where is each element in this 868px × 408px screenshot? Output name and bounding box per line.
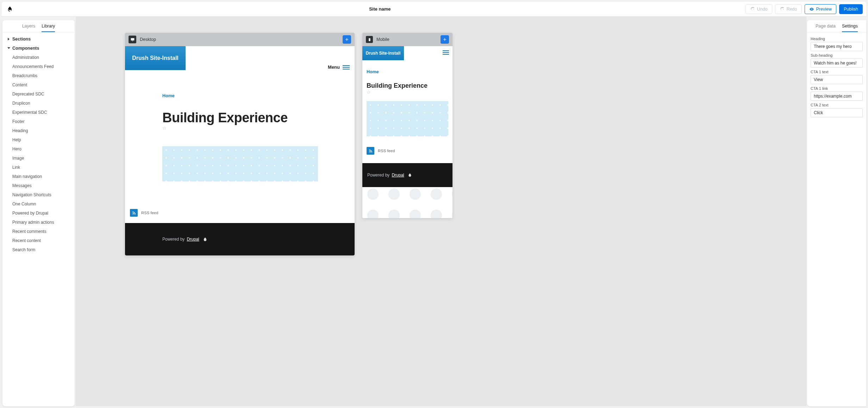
- preview-label: Preview: [816, 7, 832, 12]
- component-item[interactable]: Recent content: [2, 236, 75, 245]
- component-item[interactable]: Search form: [2, 245, 75, 254]
- rss-mobile[interactable]: RSS feed: [367, 147, 448, 155]
- tab-settings[interactable]: Settings: [842, 24, 858, 32]
- publish-button[interactable]: Publish: [839, 4, 863, 14]
- undo-button[interactable]: Undo: [745, 4, 772, 14]
- hamburger-icon-mobile[interactable]: [443, 50, 449, 55]
- component-item[interactable]: Primary admin actions: [2, 218, 75, 227]
- star-icon-mobile[interactable]: ☆: [367, 89, 448, 95]
- tab-library[interactable]: Library: [42, 24, 55, 32]
- redo-button[interactable]: Redo: [775, 4, 802, 14]
- frame-mobile[interactable]: Mobile Drush Site-Install Home Building …: [362, 33, 452, 218]
- site-menu-desktop[interactable]: Menu: [328, 64, 350, 70]
- star-icon[interactable]: ☆: [162, 125, 355, 131]
- caret-right-icon: [7, 38, 10, 41]
- drupal-link-mobile[interactable]: Drupal: [392, 173, 404, 178]
- frame-desktop-bar: Desktop: [125, 33, 355, 46]
- component-item[interactable]: Heading: [2, 126, 75, 135]
- hero-placeholder-mobile[interactable]: [367, 101, 448, 136]
- component-item[interactable]: Footer: [2, 117, 75, 126]
- canvas[interactable]: Desktop Drush Site-Install Menu Home Bui…: [76, 17, 806, 406]
- breadcrumb-mobile[interactable]: Home: [367, 69, 448, 74]
- tab-page-data[interactable]: Page data: [816, 24, 836, 32]
- site-brand-mobile[interactable]: Drush Site-Install: [362, 46, 404, 60]
- component-item[interactable]: Help: [2, 135, 75, 144]
- rss-desktop[interactable]: RSS feed: [130, 209, 355, 217]
- breadcrumb-desktop[interactable]: Home: [162, 93, 355, 98]
- footer-mobile: Powered by Drupal: [362, 163, 452, 187]
- component-item[interactable]: Navigation Shortcuts: [2, 190, 75, 199]
- component-item[interactable]: Announcements Feed: [2, 62, 75, 71]
- subheading-label: Sub-heading: [811, 53, 863, 57]
- menu-label: Menu: [328, 64, 340, 70]
- right-panel-tabs: Page data Settings: [807, 20, 866, 32]
- caret-down-icon: [7, 47, 10, 50]
- drupal-icon: [203, 237, 207, 242]
- component-item[interactable]: Experimental SDC: [2, 108, 75, 117]
- drupal-icon-mobile: [408, 173, 412, 177]
- component-item[interactable]: Content: [2, 80, 75, 89]
- tab-layers[interactable]: Layers: [22, 24, 36, 32]
- frame-mobile-label: Mobile: [376, 37, 389, 42]
- powered-by-text: Powered by: [162, 237, 185, 242]
- component-item[interactable]: Deprecated SDC: [2, 89, 75, 99]
- subheading-input[interactable]: [811, 58, 863, 68]
- component-item[interactable]: Main navigation: [2, 172, 75, 181]
- tree-components[interactable]: Components: [2, 44, 75, 53]
- cta1-link-label: CTA 1 link: [811, 86, 863, 91]
- component-item[interactable]: Image: [2, 154, 75, 163]
- page-title-desktop: Building Experience: [162, 110, 355, 125]
- heading-label: Heading: [811, 37, 863, 41]
- sections-label: Sections: [12, 37, 31, 42]
- rss-label-mobile: RSS feed: [378, 149, 395, 153]
- desktop-icon: [129, 36, 136, 43]
- components-label: Components: [12, 46, 39, 51]
- site-header-desktop: Drush Site-Install Menu: [125, 46, 355, 88]
- component-item[interactable]: Breadcrumbs: [2, 71, 75, 80]
- svg-rect-0: [369, 38, 370, 41]
- app-logo-icon: [5, 6, 14, 12]
- preview-button[interactable]: Preview: [805, 4, 836, 14]
- component-item[interactable]: Administration: [2, 53, 75, 62]
- component-item[interactable]: Hero: [2, 144, 75, 154]
- frame-desktop-add-button[interactable]: [343, 35, 351, 44]
- publish-label: Publish: [844, 7, 858, 12]
- site-name: Site name: [14, 6, 745, 12]
- site-brand-desktop[interactable]: Drush Site-Install: [125, 46, 186, 70]
- heading-input[interactable]: [811, 42, 863, 51]
- frame-mobile-add-button[interactable]: [441, 35, 449, 44]
- footer-desktop: Powered by Drupal: [125, 223, 355, 255]
- component-item[interactable]: Powered by Drupal: [2, 209, 75, 218]
- left-panel-tabs: Layers Library: [2, 20, 75, 32]
- hero-placeholder-desktop[interactable]: [162, 146, 318, 181]
- powered-by-text-mobile: Powered by: [367, 173, 389, 178]
- frame-desktop-label: Desktop: [140, 37, 156, 42]
- page-title-mobile: Building Experience: [367, 82, 448, 89]
- rss-label: RSS feed: [141, 211, 158, 215]
- cta1-text-label: CTA 1 text: [811, 70, 863, 74]
- right-panel: Page data Settings Heading Sub-heading C…: [807, 20, 866, 406]
- tree-sections[interactable]: Sections: [2, 35, 75, 44]
- redo-label: Redo: [787, 7, 797, 12]
- mobile-icon: [366, 36, 373, 43]
- cta1-text-input[interactable]: [811, 75, 863, 84]
- hamburger-icon: [343, 65, 350, 69]
- cta1-link-input[interactable]: [811, 92, 863, 101]
- component-item[interactable]: Messages: [2, 181, 75, 190]
- drupal-link[interactable]: Drupal: [187, 237, 199, 242]
- site-header-mobile: Drush Site-Install: [362, 46, 452, 60]
- drop-band-mobile: [362, 187, 452, 218]
- component-item[interactable]: Link: [2, 163, 75, 172]
- rss-icon: [130, 209, 138, 217]
- component-item[interactable]: One Column: [2, 199, 75, 209]
- top-toolbar: Site name Undo Redo Preview Publish: [2, 2, 866, 17]
- component-item[interactable]: Druplicon: [2, 99, 75, 108]
- cta2-text-label: CTA 2 text: [811, 103, 863, 107]
- left-panel: Layers Library Sections Components Admin…: [2, 20, 75, 406]
- component-item[interactable]: Recent comments: [2, 227, 75, 236]
- frame-mobile-bar: Mobile: [362, 33, 452, 46]
- cta2-text-input[interactable]: [811, 108, 863, 117]
- rss-icon-mobile: [367, 147, 374, 155]
- frame-desktop[interactable]: Desktop Drush Site-Install Menu Home Bui…: [125, 33, 355, 255]
- undo-label: Undo: [757, 7, 768, 12]
